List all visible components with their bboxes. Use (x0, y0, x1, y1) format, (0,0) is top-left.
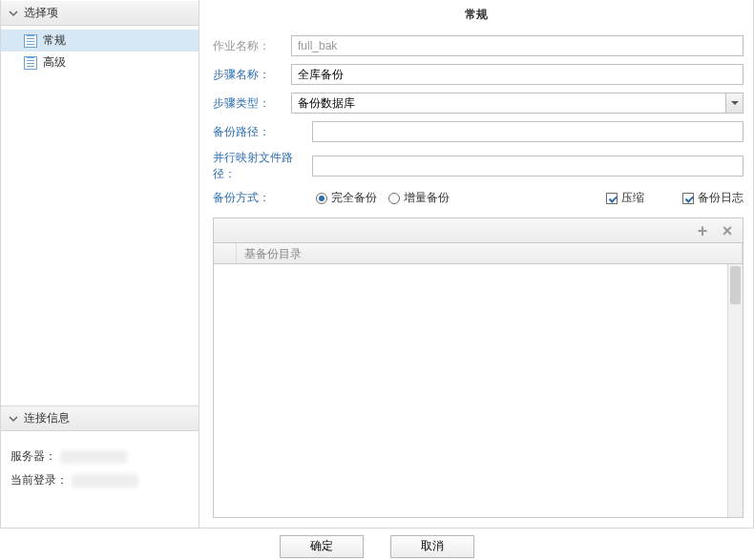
sidebar-item-label: 高级 (43, 54, 66, 71)
radio-incr-label: 增量备份 (404, 190, 450, 206)
base-backup-grid: + × 基备份目录 (213, 218, 744, 518)
document-icon (24, 56, 37, 70)
step-name-label: 步骤名称： (213, 67, 291, 83)
ok-button[interactable]: 确定 (280, 535, 364, 558)
accordion-options-label: 选择项 (24, 5, 58, 21)
options-tree: 常规 高级 (1, 26, 199, 405)
parallel-map-input[interactable] (312, 156, 744, 176)
job-name-label: 作业名称： (213, 38, 291, 54)
dropdown-button[interactable] (725, 93, 743, 113)
grid-header-rownum (214, 243, 237, 263)
chevron-down-icon (9, 9, 18, 18)
scrollbar-thumb[interactable] (730, 266, 741, 304)
step-name-input[interactable] (291, 64, 744, 85)
radio-full-backup[interactable]: 完全备份 (316, 190, 377, 206)
radio-incremental-backup[interactable]: 增量备份 (388, 190, 450, 206)
left-sidebar: 选择项 常规 高级 连接信息 服务器： 当前登录： (1, 0, 199, 528)
accordion-connection-header[interactable]: 连接信息 (1, 405, 199, 431)
accordion-connection-label: 连接信息 (24, 410, 70, 426)
server-label: 服务器： (10, 445, 56, 468)
step-type-value[interactable] (292, 93, 725, 113)
job-name-input (291, 35, 744, 56)
checkbox-log-label: 备份日志 (698, 190, 744, 206)
grid-header-col1: 基备份目录 (237, 243, 743, 263)
backup-path-input[interactable] (312, 121, 744, 142)
chevron-down-icon (731, 101, 739, 105)
step-type-label: 步骤类型： (213, 95, 291, 112)
server-value-redacted (60, 450, 127, 464)
chevron-down-icon (9, 414, 18, 424)
grid-header: 基备份目录 (214, 243, 743, 264)
document-icon (24, 34, 37, 48)
panel-title: 常规 (199, 0, 753, 30)
checkbox-compress[interactable]: 压缩 (606, 190, 644, 206)
cancel-button[interactable]: 取消 (390, 535, 474, 558)
checkbox-icon (682, 193, 694, 204)
accordion-options-header[interactable]: 选择项 (1, 0, 199, 26)
main-panel: 常规 作业名称： 步骤名称： 步骤类型： 备份路径： (199, 0, 753, 528)
grid-toolbar: + × (214, 218, 743, 243)
radio-icon (316, 193, 327, 204)
checkbox-icon (606, 193, 618, 204)
delete-icon[interactable]: × (720, 223, 735, 239)
sidebar-item-label: 常规 (43, 32, 66, 49)
sidebar-item-advanced[interactable]: 高级 (1, 52, 199, 73)
step-type-select[interactable] (291, 93, 744, 114)
radio-full-label: 完全备份 (331, 190, 377, 206)
checkbox-backup-log[interactable]: 备份日志 (682, 190, 744, 206)
scrollbar-vertical[interactable] (727, 264, 743, 517)
grid-body[interactable] (214, 264, 743, 517)
sidebar-item-general[interactable]: 常规 (1, 30, 199, 52)
add-icon[interactable]: + (695, 223, 710, 239)
login-value-redacted (72, 474, 138, 487)
checkbox-compress-label: 压缩 (621, 190, 644, 206)
login-label: 当前登录： (10, 468, 68, 492)
backup-path-label: 备份路径： (213, 124, 312, 140)
backup-mode-label: 备份方式： (213, 190, 312, 206)
parallel-map-label: 并行映射文件路径： (213, 150, 312, 182)
radio-icon (388, 193, 400, 204)
dialog-footer: 确定 取消 (0, 529, 754, 560)
connection-info: 服务器： 当前登录： (1, 431, 199, 528)
